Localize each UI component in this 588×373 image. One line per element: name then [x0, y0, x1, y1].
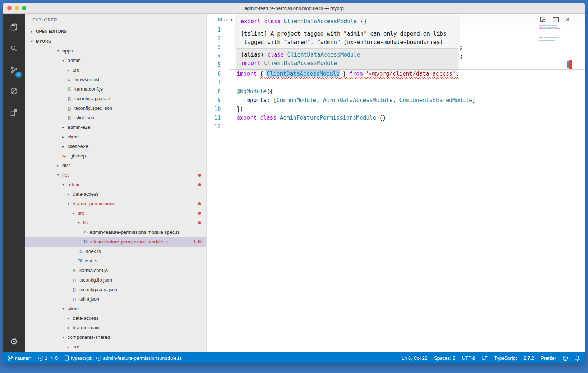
- modified-dot: [198, 183, 201, 186]
- tree-folder-admin-e2e[interactable]: ▸admin-e2e: [25, 123, 206, 132]
- tree-folder-apps[interactable]: ▾apps: [25, 46, 206, 56]
- language-status-label: typescript: [71, 355, 92, 361]
- tree-folder-libs[interactable]: ▾libs: [25, 170, 206, 180]
- chevron-right-icon: ▸: [68, 314, 73, 323]
- tree-file-karma.conf.js[interactable]: Kkarma.conf.js: [25, 84, 206, 94]
- code-token: ;: [460, 53, 463, 59]
- gear-icon: ⚙: [10, 336, 18, 347]
- smiley-icon: [563, 355, 568, 361]
- search-activity-button[interactable]: [3, 38, 25, 59]
- tree-file-karma.conf.js[interactable]: Kkarma.conf.js: [25, 266, 206, 275]
- cursor-position-status[interactable]: Ln 6, Col 22: [402, 355, 427, 361]
- tree-folder-client-e2e[interactable]: ▸client-e2e: [25, 142, 206, 151]
- tree-folder-lib[interactable]: ▾lib: [25, 218, 206, 228]
- minimap[interactable]: [539, 25, 564, 43]
- tslint-status[interactable]: typescript | i admin-feature-permissions…: [64, 355, 182, 361]
- tree-item-label: tslint.json: [74, 113, 94, 123]
- tree-folder-dist[interactable]: ▸dist: [25, 161, 206, 170]
- tree-file-tsconfig.spec.json[interactable]: {}tsconfig.spec.json: [25, 104, 206, 113]
- close-editor-icon[interactable]: ×: [566, 14, 570, 25]
- code-area[interactable]: 123;4';56import { ClientDataAccessModule…: [207, 25, 585, 352]
- modified-dot: [198, 221, 201, 224]
- tree-folder-data-access[interactable]: ▸data-access: [25, 189, 206, 199]
- feedback-smiley-button[interactable]: [563, 355, 568, 361]
- tree-folder-admin[interactable]: ▾admin: [25, 180, 206, 189]
- code-token: export: [241, 18, 264, 25]
- language-mode-status[interactable]: TypeScript: [494, 355, 517, 361]
- git-branch-status[interactable]: master*: [8, 355, 32, 361]
- error-count: 1: [45, 355, 47, 361]
- root-folder-section[interactable]: ▾ MYORG: [25, 36, 206, 46]
- overview-ruler-error-marker[interactable]: [569, 60, 572, 69]
- explorer-sidebar: EXPLORER ▸ OPEN EDITORS ▾ MYORG ▾apps▾ad…: [25, 14, 206, 352]
- line-number: 5: [207, 61, 229, 69]
- code-line-9[interactable]: 9 imports: [CommonModule, AdminDataAcces…: [207, 96, 585, 105]
- minimize-window-button[interactable]: [15, 6, 19, 10]
- tree-folder-client[interactable]: ▸client: [25, 132, 206, 142]
- tree-item-label: index.ts: [85, 247, 101, 256]
- line-number: 1: [207, 25, 229, 34]
- chevron-down-icon: ▾: [31, 36, 36, 46]
- tree-folder-src[interactable]: ▾src: [25, 209, 206, 218]
- hovered-symbol[interactable]: ClientDataAccessModule: [266, 70, 340, 77]
- code-line-12[interactable]: 12: [207, 122, 585, 131]
- tree-folder-data-access[interactable]: ▸data-access: [25, 314, 206, 323]
- hover-section-0: export class ClientDataAccessModule {}: [237, 15, 458, 28]
- extensions-activity-button[interactable]: [3, 102, 25, 123]
- tree-file-tsconfig.app.json[interactable]: {}tsconfig.app.json: [25, 94, 206, 104]
- tree-folder-src[interactable]: ▸src: [25, 65, 206, 75]
- tree-folder-src[interactable]: ▸src: [25, 342, 206, 352]
- source-control-activity-button[interactable]: 3: [3, 59, 25, 80]
- tree-file-admin-feature-permissions.module.spec.ts[interactable]: TSadmin-feature-permissions.module.spec.…: [25, 228, 206, 237]
- line-number: 2: [207, 34, 229, 43]
- close-window-button[interactable]: [7, 6, 12, 10]
- code-line-8[interactable]: 8@NgModule({: [207, 87, 585, 96]
- eol-status[interactable]: LF: [482, 355, 488, 361]
- code-token: class: [260, 115, 280, 121]
- tree-file-tsconfig.spec.json[interactable]: {}tsconfig.spec.json: [25, 285, 206, 294]
- hover-line: (alias) class ClientDataAccessModule: [241, 51, 454, 59]
- window-title: admin-feature-permissions.module.ts — my…: [244, 6, 344, 11]
- desktop: { "window": { "title": "admin-feature-pe…: [0, 0, 588, 373]
- debug-activity-button[interactable]: [3, 80, 25, 102]
- code-line-6[interactable]: 6import { ClientDataAccessModule } from …: [207, 69, 585, 78]
- code-line-11[interactable]: 11export class AdminFeaturePermissionsMo…: [207, 113, 585, 122]
- tree-file-test.ts[interactable]: TStest.ts: [25, 256, 206, 266]
- code-token: @NgModule: [237, 88, 266, 95]
- title-bar[interactable]: admin-feature-permissions.module.ts — my…: [3, 3, 585, 14]
- encoding-status[interactable]: UTF-8: [462, 355, 476, 361]
- indentation-status[interactable]: Spaces: 2: [434, 355, 455, 361]
- code-line-10[interactable]: 10}): [207, 105, 585, 113]
- json-file-icon: {}: [68, 94, 74, 104]
- problems-status[interactable]: × 1 ⚠ 0: [38, 355, 58, 361]
- settings-gear-button[interactable]: ⚙: [10, 334, 18, 349]
- tree-folder-admin[interactable]: ▾admin: [25, 56, 206, 65]
- status-bar: master* × 1 ⚠ 0 typescript | i admin-fea…: [3, 352, 585, 363]
- tree-file-tslint.json[interactable]: {}tslint.json: [25, 113, 206, 123]
- tree-folder-feature-permissions[interactable]: ▾feature-permissions: [25, 199, 206, 209]
- tree-file-.gitkeep[interactable]: ◈.gitkeep: [25, 151, 206, 161]
- tree-item-label: components-shared: [68, 333, 110, 342]
- status-file-label: admin-feature-permissions.module.ts: [103, 355, 182, 361]
- tree-file-admin-feature-permissions.module.ts[interactable]: TSadmin-feature-permissions.module.ts1, …: [25, 237, 206, 247]
- typescript-version-status[interactable]: 2.7.2: [523, 355, 534, 361]
- tree-file-tslint.json[interactable]: {}tslint.json: [25, 294, 206, 304]
- zoom-window-button[interactable]: [22, 6, 26, 10]
- split-editor-icon[interactable]: [553, 17, 559, 23]
- tree-file-index.ts[interactable]: TSindex.ts: [25, 247, 206, 256]
- tree-file-browserslist[interactable]: ≡browserslist: [25, 75, 206, 84]
- tree-folder-client[interactable]: ▾client: [25, 304, 206, 314]
- tree-folder-components-shared[interactable]: ▾components-shared: [25, 333, 206, 342]
- explorer-activity-button[interactable]: [3, 17, 25, 38]
- tree-folder-feature-main[interactable]: ▸feature-main: [25, 323, 206, 333]
- code-line-7[interactable]: 7: [207, 78, 585, 87]
- open-editors-section[interactable]: ▸ OPEN EDITORS: [25, 26, 206, 36]
- code-token: : [: [266, 97, 276, 104]
- notifications-button[interactable]: [575, 355, 580, 361]
- formatter-status[interactable]: Prettier: [541, 355, 556, 361]
- hover-widget[interactable]: export class ClientDataAccessModule {}[t…: [237, 15, 458, 70]
- editor-actions: ×: [540, 14, 570, 25]
- open-changes-icon[interactable]: [540, 17, 546, 23]
- tree-file-tsconfig.lib.json[interactable]: {}tsconfig.lib.json: [25, 275, 206, 285]
- chevron-right-icon: ▸: [68, 323, 73, 333]
